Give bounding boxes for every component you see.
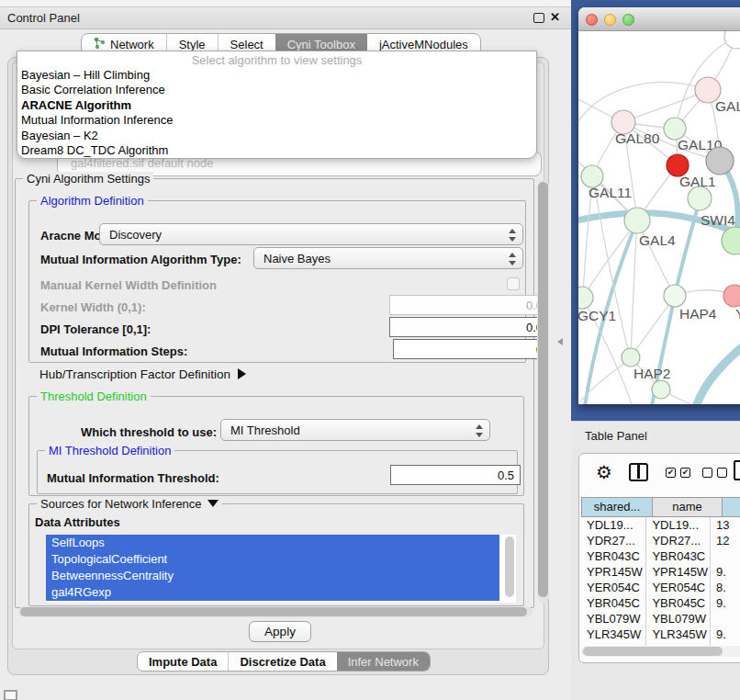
data-attribute-item[interactable]: SelfLoops (46, 535, 499, 551)
network-node[interactable] (706, 147, 734, 175)
which-threshold-combo[interactable]: MI Threshold (220, 419, 490, 441)
network-node-gcy1[interactable] (578, 287, 593, 309)
stepper-arrows-icon (476, 423, 484, 438)
settings-horizontal-scrollbar[interactable] (18, 606, 533, 617)
mi-threshold-field[interactable]: 0.5 (390, 465, 521, 485)
apply-button[interactable]: Apply (249, 621, 311, 642)
float-panel-icon[interactable] (533, 13, 544, 23)
algorithm-option[interactable]: Bayesian – K2 (17, 129, 536, 143)
dropdown-placeholder: Select algorithm to view settings (17, 53, 536, 68)
collapsed-panel-icon[interactable] (4, 690, 17, 700)
table-cell (711, 611, 740, 627)
algorithm-option[interactable]: Basic Correlation Inference (17, 83, 536, 97)
sources-group-title[interactable]: Sources for Network Inference (37, 497, 222, 511)
mi-algorithm-type-combo[interactable]: Naive Bayes (253, 247, 523, 269)
unchecked-checkbox-icon[interactable] (702, 468, 712, 478)
network-view-window: GALGAL80GAL10GAL1GAL11SWI4GAL4GCY1HAP4YH… (578, 7, 740, 404)
settings-vertical-scrollbar[interactable] (537, 180, 549, 603)
table-row[interactable]: YDR27...YDR27...12 (581, 533, 740, 548)
table-row[interactable]: YER054CYER054C8. (581, 580, 740, 595)
table-cell: 13 (711, 517, 740, 533)
table-row[interactable]: YBR045CYBR045C9. (581, 595, 740, 611)
mi-threshold-definition-group: MI Threshold Definition Mutual Informati… (37, 450, 518, 494)
table-cell: YBR045C (646, 595, 711, 611)
algorithm-option[interactable]: Mutual Information Inference (17, 113, 536, 128)
node-label: GAL (715, 98, 740, 114)
table-cell: YDR27... (646, 533, 711, 548)
threshold-definition-title: Threshold Definition (37, 390, 151, 403)
table-cell: YDL19... (646, 517, 711, 533)
network-node-y[interactable] (723, 285, 740, 307)
dpi-tolerance-field[interactable]: 0.0 (389, 317, 549, 337)
table-row[interactable]: YBR043CYBR043C (581, 548, 740, 564)
network-node-hap2[interactable] (622, 348, 640, 367)
algorithm-option[interactable]: ARACNE Algorithm (17, 98, 536, 113)
bottom-tab-impute-data[interactable]: Impute Data (138, 652, 228, 671)
table-cell: YER054C (646, 580, 711, 595)
table-cell: YPR145W (581, 564, 646, 580)
table-cell: 9. (711, 595, 740, 611)
tab-label: jActiveMNodules (379, 38, 468, 51)
manual-kernel-width-checkbox[interactable] (507, 277, 520, 290)
network-node-gal1[interactable] (688, 186, 712, 210)
network-node[interactable] (724, 31, 740, 49)
cyni-algorithm-settings-group: Cyni Algorithm Settings Algorithm Defini… (15, 178, 534, 608)
table-row[interactable]: YBL079WYBL079W (581, 611, 740, 627)
which-threshold-value: MI Threshold (230, 423, 300, 437)
column-header[interactable] (723, 497, 740, 517)
table-row[interactable]: YPR145WYPR145W9. (581, 564, 740, 580)
bottom-tab-discretize-data[interactable]: Discretize Data (228, 652, 336, 671)
table-cell: YLR345W (646, 627, 711, 642)
node-label: GAL80 (615, 130, 660, 146)
checked-checkbox-icon[interactable]: ✔ (680, 468, 690, 478)
network-node-gal4[interactable] (624, 208, 650, 233)
threshold-definition-group: Threshold Definition Which threshold to … (28, 396, 524, 496)
checked-checkbox-icon[interactable]: ✔ (666, 468, 676, 478)
table-row[interactable]: YDL19...YDL19...13 (581, 517, 740, 533)
close-panel-icon[interactable]: ✕ (550, 10, 560, 24)
mi-steps-field[interactable]: 6 (393, 339, 549, 359)
data-attribute-item[interactable]: gal4RGexp (46, 584, 499, 601)
node-label: HAP2 (633, 366, 671, 381)
column-header[interactable]: name (653, 497, 723, 517)
table-horizontal-scrollbar[interactable] (581, 646, 740, 657)
gear-icon[interactable]: ⚙ (596, 461, 612, 483)
node-label: SWI4 (701, 212, 735, 228)
column-header[interactable]: shared... (581, 497, 653, 517)
mi-algorithm-type-label: Mutual Information Algorithm Type: (40, 253, 241, 266)
table-cell: YBR043C (581, 548, 646, 564)
node-label: HAP4 (679, 306, 717, 322)
algorithm-option[interactable]: Dream8 DC_TDC Algorithm (17, 143, 536, 158)
sources-group: Sources for Network Inference Data Attri… (28, 503, 524, 606)
network-window-titlebar[interactable] (578, 7, 740, 31)
bottom-tab-infer-network[interactable]: Infer Network (337, 652, 430, 671)
network-canvas[interactable]: GALGAL80GAL10GAL1GAL11SWI4GAL4GCY1HAP4YH… (578, 31, 740, 404)
network-node-hap4[interactable] (664, 285, 686, 307)
table-cell: YPR145W (646, 564, 711, 580)
network-node[interactable] (652, 380, 670, 399)
hub-definition-toggle[interactable]: Hub/Transcription Factor Definition (39, 367, 246, 381)
aracne-mode-value: Discovery (109, 228, 162, 242)
data-attribute-item[interactable]: TopologicalCoefficient (46, 551, 499, 568)
panel-splitter-arrow-icon[interactable] (557, 338, 563, 345)
columns-icon[interactable] (629, 463, 648, 481)
algorithm-definition-group: Algorithm Definition Aracne Mode: Discov… (28, 200, 526, 363)
algorithm-dropdown-popup: Select algorithm to view settings Bayesi… (17, 51, 537, 159)
document-icon[interactable] (734, 460, 740, 480)
aracne-mode-combo[interactable]: Discovery (99, 223, 523, 245)
collapse-right-icon (238, 368, 246, 379)
minimize-window-icon[interactable] (604, 14, 616, 26)
close-window-icon[interactable] (586, 14, 598, 26)
kernel-width-field[interactable]: 0.0 (389, 295, 549, 315)
zoom-window-icon[interactable] (622, 14, 634, 26)
top-strip (0, 0, 571, 7)
table-cell: 12 (711, 533, 740, 548)
stepper-arrows-icon (509, 252, 517, 266)
data-attributes-label: Data Attributes (35, 515, 120, 529)
table-row[interactable]: YLR345WYLR345W9. (581, 627, 740, 642)
unchecked-checkbox-icon[interactable] (717, 468, 727, 478)
data-attribute-item[interactable]: BetweennessCentrality (46, 568, 499, 584)
attributes-list-scrollbar[interactable] (505, 536, 514, 597)
data-attributes-list: SelfLoopsTopologicalCoefficientBetweenne… (46, 535, 516, 603)
algorithm-option[interactable]: Bayesian – Hill Climbing (17, 68, 536, 83)
